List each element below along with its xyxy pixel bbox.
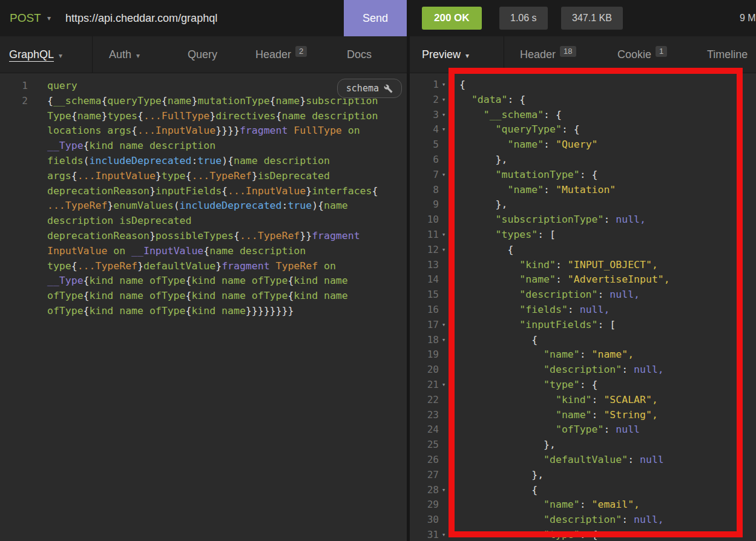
code-text: }, bbox=[459, 154, 507, 165]
graphql-query-editor[interactable]: schema 1query2{__schema{queryType{name}m… bbox=[0, 73, 407, 541]
code-line: 8 "name": "Mutation" bbox=[410, 183, 756, 198]
code-text: "name": "Query" bbox=[459, 139, 598, 150]
body-type-dropdown[interactable]: GraphQL▾ bbox=[9, 36, 62, 73]
response-history-dropdown[interactable]: 9 M bbox=[740, 0, 756, 36]
code-text: }, bbox=[459, 469, 544, 480]
code-text: { bbox=[459, 79, 465, 90]
code-line: 23 "name": "String", bbox=[410, 408, 756, 423]
fold-toggle-icon[interactable]: ▾ bbox=[439, 378, 449, 393]
chevron-down-icon: ▾ bbox=[465, 51, 469, 60]
fold-toggle-icon[interactable]: ▾ bbox=[439, 122, 449, 137]
tab-query[interactable]: Query bbox=[188, 36, 217, 73]
code-line: deprecationReason}inputFields{...InputVa… bbox=[0, 184, 407, 199]
fold-toggle-icon[interactable]: ▾ bbox=[439, 318, 449, 333]
line-number: 9 bbox=[410, 197, 439, 212]
tab-cookie-label: Cookie bbox=[617, 48, 651, 61]
code-line: deprecationReason}possibleTypes{...TypeR… bbox=[0, 229, 407, 244]
fold-toggle-icon[interactable]: ▾ bbox=[439, 108, 449, 123]
fold-toggle-icon[interactable]: ▾ bbox=[439, 483, 449, 498]
code-text: "data": { bbox=[459, 94, 525, 105]
code-line: Type{name}types{...FullType}directives{n… bbox=[0, 109, 407, 124]
code-text: "name": "String", bbox=[459, 409, 658, 421]
url-input[interactable]: https://api.cheddar.com/graphql bbox=[65, 0, 338, 36]
code-line: 11▾ "types": [ bbox=[410, 228, 756, 243]
line-number: 14 bbox=[410, 272, 439, 287]
tab-timeline-label: Timeline bbox=[707, 48, 748, 61]
code-text: description isDeprecated bbox=[47, 215, 191, 226]
fold-toggle-icon[interactable]: ▾ bbox=[439, 168, 449, 183]
code-text: { bbox=[459, 484, 537, 496]
code-line: 26 "defaultValue": null bbox=[410, 453, 756, 468]
method-selector[interactable]: POST bbox=[10, 0, 41, 36]
response-preview-editor[interactable]: 1▾{2▾ "data": {3▾ "__schema": {4▾ "query… bbox=[410, 73, 756, 541]
code-text: "subscriptionType": null, bbox=[459, 214, 646, 225]
preview-mode-dropdown[interactable]: Preview▾ bbox=[422, 36, 469, 73]
line-number: 20 bbox=[410, 362, 439, 378]
line-number: 25 bbox=[410, 438, 439, 453]
line-number: 24 bbox=[410, 422, 439, 438]
line-number: 13 bbox=[410, 258, 439, 273]
code-line: ofType{kind name ofType{kind name}}}}}}}… bbox=[0, 304, 407, 319]
code-text: { bbox=[459, 244, 513, 255]
code-text: locations args{...InputValue}}}}fragment… bbox=[47, 125, 360, 136]
code-line: fields(includeDeprecated:true){name desc… bbox=[0, 154, 407, 169]
tab-response-header[interactable]: Header18 bbox=[520, 36, 576, 73]
fold-toggle-icon[interactable]: ▾ bbox=[439, 77, 449, 93]
code-line: 18▾ { bbox=[410, 333, 756, 348]
code-line: 3▾ "__schema": { bbox=[410, 108, 756, 123]
code-line: 6 }, bbox=[410, 152, 756, 168]
cookie-count-badge: 1 bbox=[656, 46, 667, 57]
line-number: 26 bbox=[410, 453, 439, 468]
fold-toggle-icon[interactable]: ▾ bbox=[439, 228, 449, 243]
code-text: "type": { bbox=[459, 379, 598, 390]
line-number: 4 bbox=[410, 122, 439, 137]
fold-toggle-icon[interactable]: ▾ bbox=[439, 528, 449, 541]
code-line: type{...TypeRef}defaultValue}fragment Ty… bbox=[0, 259, 407, 274]
tab-header[interactable]: Header2 bbox=[255, 36, 307, 73]
chevron-down-icon: ▾ bbox=[136, 51, 140, 60]
chevron-down-icon: ▾ bbox=[59, 51, 62, 60]
code-text: "type": { bbox=[459, 529, 598, 540]
tab-auth[interactable]: Auth▾ bbox=[109, 36, 140, 73]
line-number: 7 bbox=[410, 168, 439, 183]
schema-button-label: schema bbox=[346, 81, 379, 96]
code-line: 31▾ "type": { bbox=[410, 528, 756, 541]
code-line: 21▾ "type": { bbox=[410, 378, 756, 393]
code-text: "kind": "SCALAR", bbox=[459, 394, 658, 405]
preview-mode-label: Preview bbox=[422, 48, 461, 61]
tab-docs[interactable]: Docs bbox=[347, 36, 372, 73]
code-line: 2▾ "data": { bbox=[410, 93, 756, 108]
code-text: "name": "email", bbox=[459, 499, 640, 510]
line-number: 30 bbox=[410, 513, 439, 528]
code-text: args{...InputValue}type{...TypeRef}isDep… bbox=[47, 170, 330, 182]
code-line: 9 }, bbox=[410, 197, 756, 212]
line-number: 18 bbox=[410, 333, 439, 348]
code-line: 7▾ "mutationType": { bbox=[410, 168, 756, 183]
code-line: description isDeprecated bbox=[0, 214, 407, 229]
tab-timeline[interactable]: Timeline bbox=[707, 36, 748, 73]
fold-toggle-icon[interactable]: ▾ bbox=[439, 243, 449, 258]
send-button[interactable]: Send bbox=[344, 0, 407, 36]
code-line: __Type{kind name ofType{kind name ofType… bbox=[0, 274, 407, 289]
response-size-badge: 347.1 KB bbox=[561, 7, 623, 30]
line-number: 27 bbox=[410, 468, 439, 483]
fold-toggle-icon[interactable]: ▾ bbox=[439, 333, 449, 348]
code-text: "description": null, bbox=[459, 289, 640, 300]
schema-button[interactable]: schema bbox=[337, 79, 402, 98]
tab-query-label: Query bbox=[188, 48, 217, 61]
line-number: 2 bbox=[0, 94, 28, 109]
response-time-badge: 1.06 s bbox=[499, 7, 548, 30]
tab-cookie[interactable]: Cookie1 bbox=[617, 36, 667, 73]
fold-toggle-icon[interactable]: ▾ bbox=[439, 93, 449, 108]
tab-docs-label: Docs bbox=[347, 48, 372, 61]
code-line: 16 "fields": null, bbox=[410, 303, 756, 318]
tab-auth-label: Auth bbox=[109, 48, 131, 61]
line-number: 28 bbox=[410, 483, 439, 498]
line-number: 10 bbox=[410, 212, 439, 228]
code-line: 14 "name": "AdvertiseInput", bbox=[410, 272, 756, 287]
line-number: 22 bbox=[410, 393, 439, 408]
code-line: ofType{kind name ofType{kind name ofType… bbox=[0, 289, 407, 304]
code-text: deprecationReason}inputFields{...InputVa… bbox=[47, 185, 378, 197]
line-number: 6 bbox=[410, 152, 439, 168]
code-text: deprecationReason}possibleTypes{...TypeR… bbox=[47, 230, 360, 241]
